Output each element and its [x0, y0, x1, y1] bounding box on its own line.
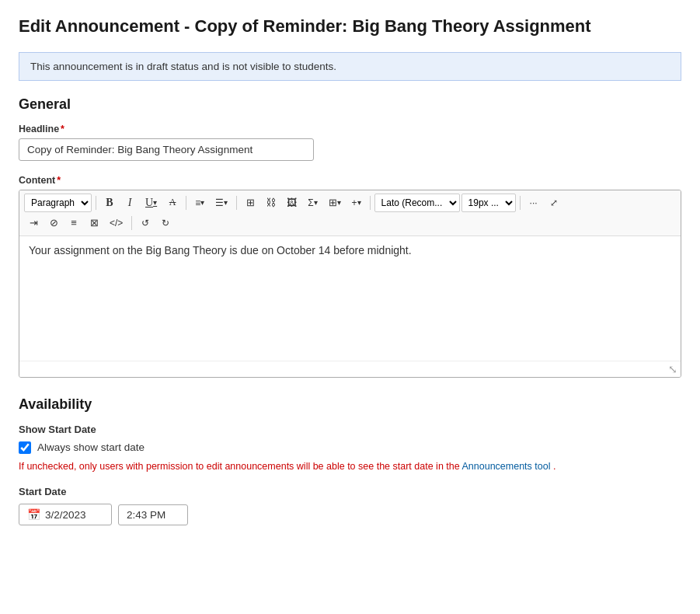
rte-resize-handle: ⤡: [19, 361, 681, 377]
date-value: 3/2/2023: [45, 509, 86, 521]
link-button[interactable]: ⛓: [261, 194, 280, 212]
undo-button[interactable]: ↺: [136, 214, 155, 232]
format-button[interactable]: ≡: [64, 214, 83, 232]
general-section-title: General: [19, 96, 681, 113]
date-time-row: 📅 3/2/2023 2:43 PM: [19, 504, 681, 525]
align-button[interactable]: ≡▾: [190, 194, 209, 212]
redo-button[interactable]: ↻: [156, 214, 175, 232]
outdent-button[interactable]: ⊘: [44, 214, 63, 232]
paragraph-style-select[interactable]: Paragraph: [24, 194, 92, 212]
availability-section-title: Availability: [19, 396, 681, 413]
insert-button[interactable]: +▾: [347, 194, 366, 212]
toolbar-row-1: Paragraph B I U ▾ A ≡▾: [24, 194, 676, 212]
toolbar-row-2: ⇥ ⊘ ≡ ⊠ </> ↺ ↻: [24, 214, 676, 232]
math-button[interactable]: Σ▾: [303, 194, 322, 212]
headline-field-group: Headline*: [19, 124, 681, 161]
divider-4: [370, 196, 371, 210]
draft-banner: This announcement is in draft status and…: [19, 52, 681, 81]
helper-text: If unchecked, only users with permission…: [19, 460, 681, 474]
divider-1: [96, 196, 96, 210]
announcements-tool-link[interactable]: Announcements tool: [461, 461, 550, 472]
strikethrough-button[interactable]: A: [163, 194, 182, 212]
content-paragraph: Your assignment on the Big Bang Theory i…: [29, 244, 671, 256]
list-button[interactable]: ☰▾: [211, 194, 232, 212]
more-options-button[interactable]: ···: [524, 194, 543, 212]
show-start-date-label: Show Start Date: [19, 424, 681, 435]
rte-content-area[interactable]: Your assignment on the Big Bang Theory i…: [19, 236, 681, 361]
divider-6: [131, 216, 132, 230]
always-show-checkbox-row: Always show start date: [19, 441, 681, 454]
resize-icon[interactable]: ⤡: [668, 363, 677, 375]
divider-3: [236, 196, 237, 210]
indent-button[interactable]: ⇥: [24, 214, 43, 232]
font-family-select[interactable]: Lato (Recom...: [374, 194, 460, 212]
start-date-label: Start Date: [19, 486, 681, 497]
always-show-checkbox[interactable]: [19, 441, 31, 454]
image-button[interactable]: 🖼: [282, 194, 301, 212]
italic-button[interactable]: I: [120, 194, 139, 212]
grid-button[interactable]: ⊞▾: [324, 194, 346, 212]
fullscreen-button[interactable]: ⤢: [545, 194, 563, 212]
time-value: 2:43 PM: [127, 509, 165, 521]
always-show-label[interactable]: Always show start date: [37, 441, 145, 453]
page-container: Edit Announcement - Copy of Reminder: Bi…: [0, 0, 700, 614]
content-field-group: Content* Paragraph B I U ▾: [19, 175, 681, 378]
availability-section: Availability Show Start Date Always show…: [19, 396, 681, 526]
start-time-field[interactable]: 2:43 PM: [118, 504, 188, 525]
divider-2: [186, 196, 186, 210]
general-section: General Headline* Content* Paragraph: [19, 96, 681, 378]
start-date-field[interactable]: 📅 3/2/2023: [19, 504, 112, 525]
divider-5: [520, 196, 521, 210]
headline-input[interactable]: [19, 138, 314, 161]
calendar-icon: 📅: [27, 508, 40, 521]
bold-button[interactable]: B: [100, 194, 119, 212]
page-title: Edit Announcement - Copy of Reminder: Bi…: [19, 16, 681, 38]
content-label: Content*: [19, 175, 681, 186]
rich-text-editor: Paragraph B I U ▾ A ≡▾: [19, 190, 681, 378]
source-button[interactable]: </>: [105, 214, 127, 232]
table-button[interactable]: ⊞: [241, 194, 259, 212]
headline-label: Headline*: [19, 124, 681, 134]
underline-button[interactable]: U ▾: [141, 194, 162, 212]
clear-format-button[interactable]: ⊠: [85, 214, 103, 232]
font-size-select[interactable]: 19px ...: [461, 194, 516, 212]
draft-banner-text: This announcement is in draft status and…: [30, 61, 336, 72]
rte-toolbar: Paragraph B I U ▾ A ≡▾: [19, 190, 681, 236]
